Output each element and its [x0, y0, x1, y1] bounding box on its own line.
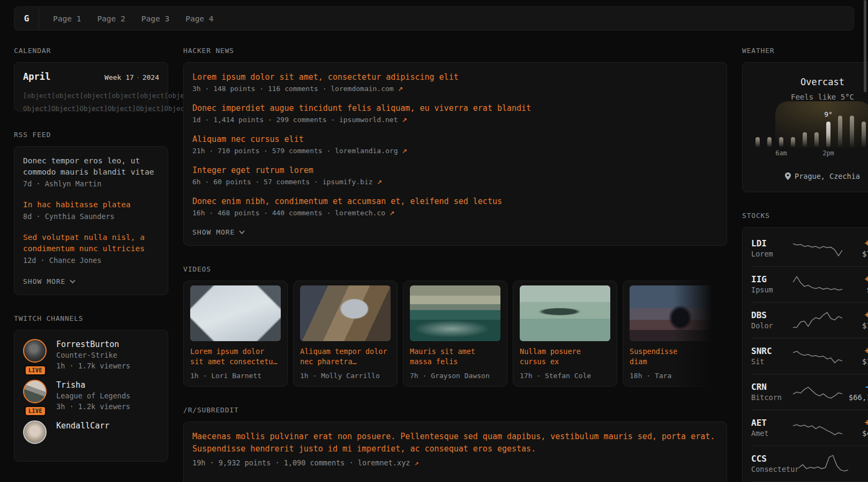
page-tab[interactable]: Page 2 [97, 7, 125, 30]
video-card[interactable]: Aliquam tempor dolornec pharetra… 1h · M… [293, 281, 398, 387]
stock-row[interactable]: LDI Lorem +4.35% $795.18 [751, 231, 868, 266]
video-thumbnail[interactable] [520, 285, 610, 341]
location-pin-icon [785, 172, 791, 180]
stock-row[interactable]: CRN Bitcorn -1.00% $66,171.48 [751, 374, 868, 410]
calendar-weekday: [object Object] [108, 89, 136, 102]
video-title-line1: Lorem ipsum dolor [190, 347, 281, 357]
twitch-channel-row[interactable]: KendallCarr [23, 420, 159, 444]
hackernews-item-title[interactable]: Aliquam nec cursus elit [192, 133, 718, 145]
stock-values: +4.35% $795.18 [842, 238, 868, 259]
subreddit-item: Maecenas mollis pulvinar erat non posuer… [192, 431, 718, 469]
hackernews-item-title[interactable]: Donec enim nibh, condimentum et accumsan… [192, 195, 718, 207]
video-thumbnail[interactable] [630, 285, 720, 341]
stock-price: $795.18 [842, 249, 868, 259]
video-title[interactable]: Aliquam tempor dolornec pharetra… [300, 347, 391, 367]
page-tab-label: Page 3 [141, 14, 169, 23]
external-link-icon[interactable]: ↗ [415, 458, 419, 467]
page-tab[interactable]: Page 1 [53, 7, 81, 30]
calendar-year: 2024 [143, 73, 159, 81]
chevron-down-icon [70, 280, 76, 283]
video-thumbnail[interactable] [300, 285, 391, 341]
twitch-section: TWITCH CHANNELS LIVE ForrestBurton Count… [14, 314, 168, 462]
stock-row[interactable]: SNRC Sit +1.36% $148.64 [751, 338, 868, 374]
twitch-channel-meta: 1h · 1.7k viewers [56, 360, 130, 371]
calendar-week: Week 17 [104, 73, 134, 81]
page-tab[interactable]: Page 4 [185, 7, 213, 30]
stock-sparkline [793, 275, 842, 294]
hackernews-item-title[interactable]: Lorem ipsum dolor sit amet, consectetur … [192, 71, 718, 83]
calendar-weekday: [object Object] [79, 89, 108, 102]
app-logo: G [14, 7, 39, 30]
rss-show-more-label: SHOW MORE [23, 277, 65, 285]
video-title[interactable]: Suspendissediam [630, 347, 720, 367]
rss-show-more-button[interactable]: SHOW MORE [23, 277, 76, 285]
stock-price: $66,171.48 [842, 393, 868, 403]
video-thumbnail[interactable] [410, 285, 500, 341]
video-thumbnail[interactable] [190, 285, 281, 341]
video-title-line2: diam [630, 357, 720, 367]
stock-row[interactable]: DBS Dolor +1.42% $156.28 [751, 302, 868, 338]
rss-item-title[interactable]: Sed volutpat nulla nisl, a condimentum n… [23, 232, 159, 254]
external-link-icon[interactable]: ↗ [402, 114, 407, 124]
weather-hour-cell [858, 110, 868, 147]
page-scrollbar[interactable] [864, 0, 866, 92]
videos-row: Lorem ipsum dolorsit amet consectetu… 1h… [183, 281, 727, 387]
subreddit-section: /R/SUBREDDIT Maecenas mollis pulvinar er… [183, 406, 727, 482]
twitch-channel-row[interactable]: LIVE ForrestBurton Counter-Strike 1h · 1… [23, 339, 159, 371]
weather-time-label: 6am [775, 149, 787, 157]
video-card[interactable]: Lorem ipsum dolorsit amet consectetu… 1h… [183, 281, 288, 387]
hackernews-item-title[interactable]: Donec imperdiet augue tincidunt felis al… [192, 102, 718, 114]
external-link-icon[interactable]: ↗ [402, 145, 407, 155]
video-title-line2: sit amet consectetu… [190, 357, 281, 367]
stock-change: +0.51% [848, 453, 868, 464]
video-meta: 1h · Lori Barnett [190, 371, 281, 381]
external-link-icon[interactable]: ↗ [377, 176, 382, 186]
hackernews-item: Lorem ipsum dolor sit amet, consectetur … [192, 71, 718, 95]
video-card[interactable]: Suspendissediam 18h · Tara [623, 281, 727, 387]
page-tab[interactable]: Page 3 [141, 7, 169, 30]
weather-hour-cell [811, 110, 822, 147]
stock-row[interactable]: IIG Ipsum +2.84% $42.04 [751, 266, 868, 302]
hackernews-item-meta: 3h · 148 points · 116 comments · loremdo… [192, 85, 398, 93]
video-card[interactable]: Mauris sit ametmassa felis 7h · Grayson … [403, 281, 507, 387]
stock-sparkline [793, 418, 842, 438]
stock-change: +1.42% [842, 310, 868, 321]
hackernews-items: Lorem ipsum dolor sit amet, consectetur … [192, 71, 718, 219]
stock-price: $148.64 [842, 357, 868, 367]
weather-location: Prague, Czechia [785, 172, 860, 180]
calendar-month: April [23, 71, 50, 82]
stock-sparkline [793, 239, 842, 258]
rss-item-title[interactable]: Donec tempor eros leo, ut commodo mauris… [23, 155, 159, 178]
external-link-icon[interactable]: ↗ [390, 207, 395, 217]
stocks-section-label: STOCKS [742, 212, 868, 220]
page-tab-label: Page 2 [97, 14, 125, 23]
subreddit-post-title[interactable]: Maecenas mollis pulvinar erat non posuer… [192, 431, 718, 455]
video-card[interactable]: Nullam posuerecursus ex 17h · Stefan Col… [513, 281, 617, 387]
hackernews-item-title[interactable]: Integer eget rutrum lorem [192, 164, 718, 176]
rss-item: Donec tempor eros leo, ut commodo mauris… [23, 155, 159, 190]
external-link-icon[interactable]: ↗ [398, 83, 403, 93]
calendar-weekday: [object Object] [136, 89, 164, 102]
stock-row[interactable]: AET Amet +0.92% $499.72 [751, 410, 868, 446]
stock-name: Bitcorn [751, 393, 793, 403]
video-title-line2: cursus ex [520, 357, 610, 367]
weather-hour-cell [799, 110, 811, 147]
stock-row[interactable]: CCS Consectetur +0.51% $165.84 [751, 446, 868, 481]
video-title[interactable]: Mauris sit ametmassa felis [410, 347, 500, 367]
video-title[interactable]: Nullam posuerecursus ex [520, 347, 610, 367]
stock-name: Sit [751, 357, 793, 367]
hackernews-show-more-button[interactable]: SHOW MORE [192, 228, 245, 236]
weather-bar [767, 137, 772, 147]
twitch-channel-row[interactable]: LIVE Trisha League of Legends 3h · 1.2k … [23, 380, 159, 412]
weather-bar [838, 116, 842, 147]
weather-hour-cell [752, 110, 764, 147]
stock-id: SNRC Sit [751, 345, 793, 367]
rss-item-title[interactable]: In hac habitasse platea [23, 199, 159, 210]
weather-hour-cell [846, 110, 858, 147]
video-title[interactable]: Lorem ipsum dolorsit amet consectetu… [190, 347, 281, 367]
calendar-header: April Week 17·2024 [23, 71, 159, 82]
stock-values: +1.42% $156.28 [842, 310, 868, 331]
stock-sparkline [793, 382, 842, 402]
rss-item-meta: 8d · Cynthia Saunders [23, 211, 159, 222]
stock-ticker: DBS [751, 310, 793, 321]
